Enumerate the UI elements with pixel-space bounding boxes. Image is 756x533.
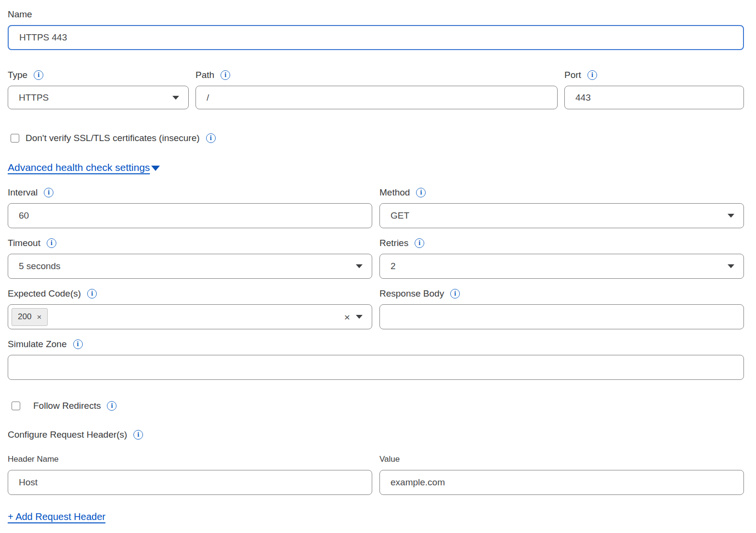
chevron-down-icon <box>172 96 179 100</box>
simulate-zone-input[interactable] <box>8 355 744 380</box>
verify-ssl-checkbox[interactable] <box>11 134 19 143</box>
health-check-form: Name Type i HTTPS Path i Port i <box>0 0 756 533</box>
path-input[interactable] <box>196 86 558 109</box>
path-info-icon[interactable]: i <box>221 70 230 80</box>
add-request-header-link[interactable]: + Add Request Header <box>8 511 105 522</box>
code-tag-label: 200 <box>18 312 31 322</box>
timeout-select-value: 5 seconds <box>19 261 61 272</box>
timeout-retries-row: Timeout i 5 seconds Retries i 2 <box>8 236 744 279</box>
remove-tag-icon[interactable]: × <box>37 313 41 321</box>
code-tag: 200 × <box>12 308 48 326</box>
port-label: Port <box>564 68 581 81</box>
timeout-label: Timeout <box>8 236 40 249</box>
header-value-input[interactable] <box>379 470 744 495</box>
follow-redirects-label: Follow Redirects <box>33 399 101 412</box>
port-input[interactable] <box>564 86 744 109</box>
request-headers-info-icon[interactable]: i <box>133 430 143 440</box>
method-select-value: GET <box>391 210 409 221</box>
header-value-field-group: Value <box>379 453 744 495</box>
interval-method-row: Interval i Method i GET <box>8 186 744 228</box>
response-body-info-icon[interactable]: i <box>450 289 460 299</box>
header-name-field-group: Header Name <box>8 453 372 495</box>
clear-all-icon[interactable]: × <box>344 312 350 322</box>
header-value-label: Value <box>379 453 400 466</box>
request-headers-label: Configure Request Header(s) <box>8 428 127 441</box>
advanced-settings-link[interactable]: Advanced health check settings <box>8 162 150 173</box>
caret-down-icon <box>151 166 160 171</box>
header-name-input[interactable] <box>8 470 372 495</box>
follow-redirects-info-icon[interactable]: i <box>107 401 117 411</box>
verify-ssl-row: Don't verify SSL/TLS certificates (insec… <box>8 131 744 144</box>
interval-label: Interval <box>8 186 38 199</box>
interval-info-icon[interactable]: i <box>44 188 53 197</box>
type-select-value: HTTPS <box>19 92 49 103</box>
type-select[interactable]: HTTPS <box>8 86 189 109</box>
response-body-field-group: Response Body i <box>379 287 744 329</box>
simulate-zone-field-group: Simulate Zone i <box>8 338 744 380</box>
timeout-field-group: Timeout i 5 seconds <box>8 236 372 279</box>
chevron-down-icon <box>356 315 363 319</box>
verify-ssl-label: Don't verify SSL/TLS certificates (insec… <box>26 131 200 144</box>
follow-redirects-row: Follow Redirects i <box>8 399 744 412</box>
type-field-group: Type i HTTPS <box>8 68 189 109</box>
chevron-down-icon <box>728 264 734 268</box>
request-headers-section: Configure Request Header(s) i <box>8 428 744 441</box>
simulate-zone-label: Simulate Zone <box>8 338 67 351</box>
response-body-label: Response Body <box>379 287 444 300</box>
type-info-icon[interactable]: i <box>34 70 43 80</box>
verify-ssl-info-icon[interactable]: i <box>206 133 216 143</box>
method-label: Method <box>379 186 410 199</box>
name-input[interactable] <box>8 25 744 50</box>
retries-select-value: 2 <box>391 261 396 272</box>
chevron-down-icon <box>728 214 734 218</box>
timeout-info-icon[interactable]: i <box>47 238 56 248</box>
timeout-select[interactable]: 5 seconds <box>8 254 372 279</box>
codes-body-row: Expected Code(s) i 200 × × Response Body… <box>8 287 744 329</box>
expected-codes-field-group: Expected Code(s) i 200 × × <box>8 287 372 329</box>
path-label: Path <box>196 68 214 81</box>
method-field-group: Method i GET <box>379 186 744 228</box>
retries-field-group: Retries i 2 <box>379 236 744 279</box>
type-path-port-row: Type i HTTPS Path i Port i <box>8 68 744 109</box>
method-select[interactable]: GET <box>379 203 744 228</box>
method-info-icon[interactable]: i <box>416 188 426 197</box>
follow-redirects-checkbox[interactable] <box>12 402 20 410</box>
expected-codes-multiselect[interactable]: 200 × × <box>8 304 372 329</box>
add-request-header-link-label: + Add Request Header <box>8 511 105 522</box>
response-body-input[interactable] <box>379 304 744 329</box>
interval-input[interactable] <box>8 203 372 228</box>
request-header-row: Header Name Value <box>8 453 744 495</box>
simulate-zone-info-icon[interactable]: i <box>73 339 83 349</box>
expected-codes-label: Expected Code(s) <box>8 287 81 300</box>
type-label: Type <box>8 68 27 81</box>
name-field-group: Name <box>8 8 744 50</box>
add-header-group: + Add Request Header <box>8 511 744 522</box>
expected-codes-info-icon[interactable]: i <box>87 289 97 299</box>
retries-select[interactable]: 2 <box>379 254 744 279</box>
port-field-group: Port i <box>564 68 744 109</box>
retries-label: Retries <box>379 236 408 249</box>
header-name-label: Header Name <box>8 453 59 466</box>
advanced-settings-group: Advanced health check settings <box>8 162 744 173</box>
advanced-settings-link-label: Advanced health check settings <box>8 162 150 173</box>
retries-info-icon[interactable]: i <box>415 238 424 248</box>
name-label: Name <box>8 8 32 21</box>
port-info-icon[interactable]: i <box>587 70 597 80</box>
path-field-group: Path i <box>196 68 558 109</box>
interval-field-group: Interval i <box>8 186 372 228</box>
chevron-down-icon <box>356 264 363 268</box>
